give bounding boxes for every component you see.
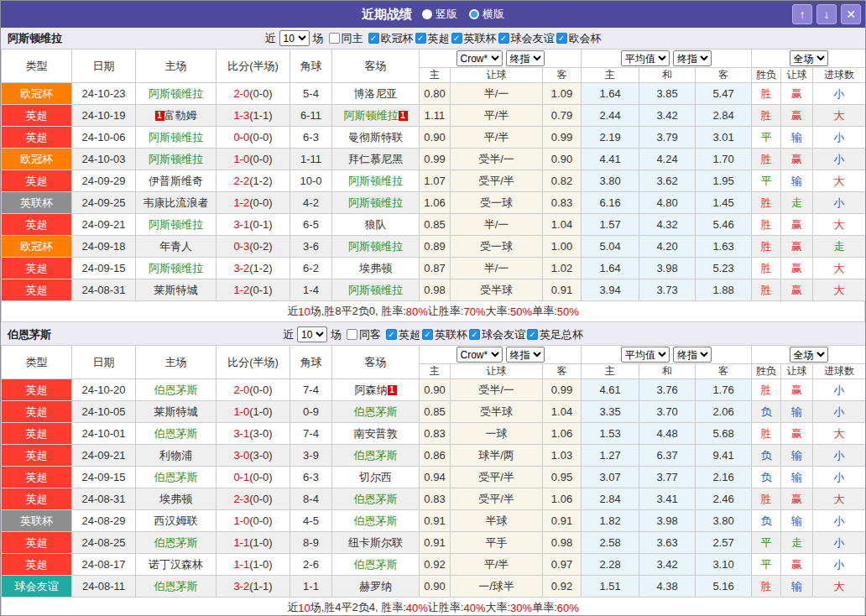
col-result: 胜负 [752, 68, 781, 83]
handicap-result-cell: 赢 [781, 423, 813, 445]
date-cell: 24-08-29 [72, 510, 136, 532]
goals-result-cell: 大 [813, 214, 866, 236]
league-checkbox[interactable]: ✓ [422, 329, 433, 340]
home-team-cell: 阿斯顿维拉 [136, 127, 216, 149]
scroll-down-button[interactable]: ↓ [816, 4, 837, 24]
avg-time-select[interactable]: 终指 [673, 50, 712, 66]
away-team-cell: 伯恩茅斯 [332, 488, 420, 510]
league-filter-group: ✓英超✓英联杯✓球会友谊✓英足总杯 [384, 327, 583, 342]
result-cell: 胜 [752, 423, 781, 445]
same-side-filter[interactable]: 同主 [329, 31, 363, 46]
handicap-away-odds: 1.04 [543, 214, 582, 236]
same-side-checkbox[interactable] [329, 33, 340, 44]
league-filter[interactable]: ✓球会友谊 [498, 31, 555, 46]
league-checkbox[interactable]: ✓ [386, 329, 397, 340]
home-team-cell: 伯恩茅斯 [136, 532, 216, 554]
league-checkbox[interactable]: ✓ [368, 33, 379, 44]
radio-unselected-icon[interactable] [469, 9, 479, 19]
score-cell: 2-3(0-0) [216, 488, 290, 510]
league-filter[interactable]: ✓英超 [415, 31, 450, 46]
odds-company-select[interactable]: Crow* [456, 50, 503, 66]
radio-horizontal-layout[interactable]: 横版 [469, 7, 504, 22]
league-filter[interactable]: ✓英超 [386, 327, 420, 342]
league-checkbox[interactable]: ✓ [415, 33, 426, 44]
col-avg-draw: 和 [639, 68, 696, 83]
date-cell: 24-09-21 [72, 214, 136, 236]
away-team-cell: 阿斯顿维拉 [332, 236, 420, 258]
corner-cell: 6-11 [290, 105, 332, 127]
recent-results-window: 近期战绩 竖版 横版 ↑ ↓ ✕ 阿斯顿维拉 近 10 场 同主 [0, 0, 866, 616]
avg-home-odds: 2.58 [582, 532, 639, 554]
handicap-result-cell: 赢 [781, 554, 813, 576]
window-title: 近期战绩 [362, 7, 412, 23]
avg-draw-odds: 4.48 [639, 423, 696, 445]
radio-selected-icon[interactable] [422, 9, 432, 19]
avg-source-select[interactable]: 平均值 [621, 50, 670, 66]
radio-vertical-layout[interactable]: 竖版 [422, 7, 457, 22]
handicap-result-cell: 输 [781, 467, 813, 488]
league-filter[interactable]: ✓欧会杯 [556, 31, 602, 46]
recent-count-select[interactable]: 10 [279, 30, 310, 46]
league-filter[interactable]: ✓英联杯 [451, 31, 497, 46]
league-filter[interactable]: ✓英联杯 [422, 327, 467, 342]
summary-bournemouth: 近10场,胜4平2负4, 胜率:40% 让胜率:40% 大率:30% 单率:60… [1, 598, 865, 616]
avg-time-select[interactable]: 终指 [673, 347, 712, 363]
summary-segment: 单率: [532, 600, 557, 615]
handicap-line: 受一球 [451, 236, 543, 258]
league-filter[interactable]: ✓英足总杯 [527, 327, 583, 342]
close-button[interactable]: ✕ [841, 4, 861, 24]
recent-prefix-label: 近 [283, 327, 294, 342]
scope-select[interactable]: 全场 [790, 347, 828, 363]
score-cell: 1-0(0-0) [216, 510, 290, 532]
matches-table-bournemouth: 类型 日期 主场 比分(半场) 角球 客场 Crow*终指 平均值终指 全场 主… [1, 345, 866, 598]
avg-home-odds: 3.35 [582, 401, 639, 423]
league-type-badge: 英超 [2, 532, 72, 554]
league-checkbox[interactable]: ✓ [527, 329, 538, 340]
summary-segment: 场,胜4平2负4, 胜率: [310, 600, 406, 615]
league-filter[interactable]: ✓球会友谊 [469, 327, 525, 342]
league-label: 英超 [399, 327, 420, 342]
col-date: 日期 [72, 346, 136, 379]
recent-count-select[interactable]: 10 [297, 326, 327, 342]
league-checkbox[interactable]: ✓ [451, 33, 462, 44]
away-team-cell: 伯恩茅斯 [332, 510, 420, 532]
date-cell: 24-09-25 [72, 192, 136, 214]
handicap-result-cell: 走 [781, 532, 813, 554]
avg-source-select[interactable]: 平均值 [621, 347, 670, 363]
league-filter[interactable]: ✓欧冠杯 [368, 31, 414, 46]
handicap-home-odds: 0.85 [420, 214, 451, 236]
col-handicap-away: 客 [543, 68, 582, 83]
home-team-cell: 1富勒姆 [136, 105, 216, 127]
avg-away-odds: 5.46 [696, 214, 752, 236]
score-cell: 1-1(1-0) [216, 554, 290, 576]
odds-time-select[interactable]: 终指 [506, 50, 545, 66]
odds-time-select[interactable]: 终指 [506, 347, 545, 363]
league-checkbox[interactable]: ✓ [556, 33, 567, 44]
goals-result-cell: 小 [813, 510, 866, 532]
league-label: 球会友谊 [482, 327, 525, 342]
scope-select[interactable]: 全场 [790, 50, 828, 66]
summary-segment: 70% [463, 305, 485, 318]
away-team-cell: 纽卡斯尔联 [332, 532, 420, 554]
scroll-up-button[interactable]: ↑ [792, 4, 812, 24]
handicap-line: 受半/一 [451, 379, 543, 401]
match-row: 英超24-08-31莱斯特城1-2(0-1)1-4阿斯顿维拉0.98受半球0.9… [2, 279, 866, 301]
summary-segment: 50% [557, 305, 579, 318]
summary-segment: 80% [406, 305, 428, 318]
handicap-group-header: Crow*终指 [420, 50, 582, 68]
odds-company-select[interactable]: Crow* [456, 347, 503, 363]
league-checkbox[interactable]: ✓ [498, 33, 509, 44]
corner-cell: 1-11 [290, 149, 332, 170]
titlebar-buttons: ↑ ↓ ✕ [792, 4, 861, 24]
league-checkbox[interactable]: ✓ [469, 329, 480, 340]
same-side-filter[interactable]: 同客 [347, 327, 381, 342]
same-side-label: 同客 [359, 327, 381, 342]
home-team-cell: 莱斯特城 [136, 279, 216, 301]
result-cell: 胜 [752, 236, 781, 258]
handicap-away-odds: 0.99 [543, 379, 582, 401]
handicap-group-header: Crow*终指 [420, 346, 582, 364]
handicap-away-odds: 1.06 [543, 423, 582, 445]
avg-draw-odds: 3.76 [639, 379, 696, 401]
home-team-cell: 伯恩茅斯 [136, 379, 216, 401]
same-side-checkbox[interactable] [347, 329, 357, 340]
